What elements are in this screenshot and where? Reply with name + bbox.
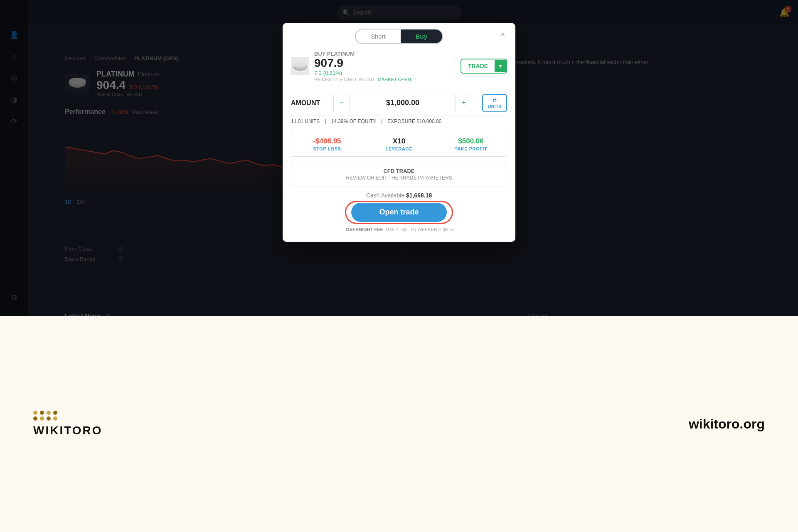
brand-name: WIKITORO <box>33 424 103 437</box>
overnight-fee-weekend: WEEKEND: $6.57 <box>418 227 455 232</box>
amount-increase-button[interactable]: + <box>456 94 472 112</box>
overnight-fee-label: OVERNIGHT FEE <box>346 227 383 232</box>
market-open-badge: MARKET OPEN <box>378 77 411 82</box>
tab-container: Short Buy <box>355 29 443 44</box>
cfd-subtitle: REVIEW OR EDIT THE TRADE PARAMETERS <box>298 175 500 181</box>
brand-dot-1 <box>33 411 37 415</box>
modal-price-change: 7.3 (0.81%) <box>314 70 411 76</box>
units-arrows-icon: ⇄ <box>493 97 497 103</box>
buy-label: BUY PLATINUM <box>314 51 411 57</box>
buy-header: BUY PLATINUM 907.9 7.3 (0.81%) PRICES BY… <box>291 51 507 82</box>
brand-dot-8 <box>53 416 57 421</box>
divider-1 <box>291 87 507 87</box>
amount-decrease-button[interactable]: − <box>333 94 350 112</box>
modal-tabs: Short Buy × <box>283 23 515 44</box>
brand-dot-4 <box>53 411 57 415</box>
amount-controls: − $1,000.00 + <box>333 94 472 112</box>
trade-type-label[interactable]: TRADE <box>461 59 495 73</box>
buy-asset-info: BUY PLATINUM 907.9 7.3 (0.81%) PRICES BY… <box>291 51 411 82</box>
cash-available-row: Cash Available $1,668.18 <box>291 192 507 199</box>
svg-point-6 <box>293 62 307 67</box>
brand-dots <box>33 411 103 421</box>
stop-loss-value: -$498.95 <box>298 137 356 145</box>
leverage-value: X10 <box>370 137 428 145</box>
cfd-title: CFD TRADE <box>298 168 500 174</box>
modal-close-button[interactable]: × <box>497 29 509 40</box>
units-count: 11.01 UNITS <box>291 118 320 124</box>
bottom-branding: WIKITORO wikitoro.org <box>0 316 798 532</box>
trade-type-arrow[interactable]: ▼ <box>495 60 506 72</box>
modal-body: BUY PLATINUM 907.9 7.3 (0.81%) PRICES BY… <box>283 44 515 242</box>
open-trade-button[interactable]: Open trade <box>351 203 447 222</box>
tab-short[interactable]: Short <box>356 30 401 43</box>
brand-dot-3 <box>47 411 51 415</box>
units-toggle-button[interactable]: ⇄ UNITS <box>482 94 507 112</box>
units-info-row: 11.01 UNITS | 14.39% OF EQUITY | EXPOSUR… <box>291 116 507 127</box>
take-profit-value: $500.06 <box>442 137 500 145</box>
overnight-fee-row: | OVERNIGHT FEE: DAILY : $2.19 | WEEKEND… <box>291 227 507 234</box>
leverage-cell[interactable]: X10 LEVERAGE <box>363 132 435 156</box>
take-profit-cell[interactable]: $500.06 TAKE PROFIT <box>435 132 507 156</box>
amount-row: AMOUNT − $1,000.00 + ⇄ UNITS <box>291 91 507 116</box>
tab-buy[interactable]: Buy <box>401 30 442 43</box>
trade-parameters: -$498.95 STOP LOSS X10 LEVERAGE $500.06 … <box>291 132 507 157</box>
amount-value[interactable]: $1,000.00 <box>350 94 456 112</box>
brand-logo: WIKITORO <box>33 411 103 437</box>
cfd-section[interactable]: CFD TRADE REVIEW OR EDIT THE TRADE PARAM… <box>291 162 507 187</box>
equity-pct: 14.39% OF EQUITY <box>331 118 377 124</box>
brand-dot-6 <box>40 416 44 421</box>
units-label: UNITS <box>488 104 502 109</box>
leverage-label: LEVERAGE <box>370 146 428 151</box>
brand-dot-2 <box>40 411 44 415</box>
open-trade-wrapper: Open trade <box>291 203 507 222</box>
exposure: EXPOSURE $10,000.00 <box>387 118 441 124</box>
take-profit-label: TAKE PROFIT <box>442 146 500 151</box>
cash-available-value: $1,668.18 <box>406 192 432 199</box>
platinum-icon <box>291 57 309 75</box>
stop-loss-label: STOP LOSS <box>298 146 356 151</box>
trade-type-selector[interactable]: TRADE ▼ <box>461 59 507 74</box>
brand-dot-5 <box>33 416 37 421</box>
modal-price-meta: PRICES BY ETORO, IN USD | MARKET OPEN <box>314 77 411 82</box>
overnight-fee-daily: DAILY : $2.19 <box>386 227 414 232</box>
modal-price: 907.9 <box>314 57 411 70</box>
amount-label: AMOUNT <box>291 99 328 107</box>
brand-dot-7 <box>47 416 51 421</box>
buy-info: BUY PLATINUM 907.9 7.3 (0.81%) PRICES BY… <box>314 51 411 82</box>
trade-modal: Short Buy × BUY PLATINUM 907.9 <box>283 23 515 242</box>
brand-website: wikitoro.org <box>689 416 765 432</box>
stop-loss-cell[interactable]: -$498.95 STOP LOSS <box>291 132 363 156</box>
